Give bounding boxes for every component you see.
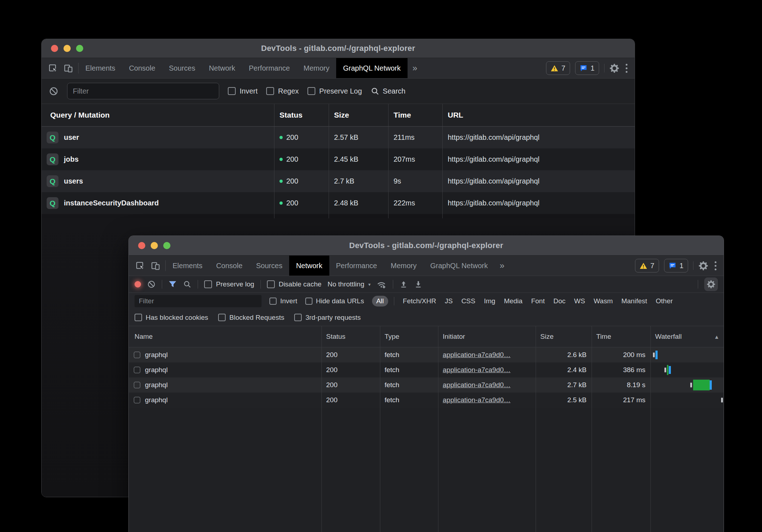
zoom-button[interactable] bbox=[76, 45, 83, 52]
clear-icon[interactable] bbox=[49, 86, 58, 96]
hide-data-urls-toggle[interactable]: Hide data URLs bbox=[305, 297, 364, 305]
row-checkbox[interactable] bbox=[134, 352, 140, 358]
row-checkbox[interactable] bbox=[134, 367, 140, 373]
initiator-link[interactable]: application-a7ca9d0… bbox=[443, 366, 511, 374]
issues-badge[interactable]: 1 bbox=[575, 61, 599, 75]
tab-network[interactable]: Network bbox=[202, 58, 242, 78]
tab-network[interactable]: Network bbox=[289, 256, 329, 276]
kebab-menu-icon[interactable] bbox=[713, 261, 718, 270]
minimize-button[interactable] bbox=[64, 45, 71, 52]
settings-gear-icon[interactable] bbox=[698, 261, 708, 271]
more-tabs-icon[interactable]: » bbox=[408, 58, 422, 78]
waterfall-bar[interactable] bbox=[650, 347, 724, 362]
minimize-button[interactable] bbox=[151, 242, 158, 249]
invert-toggle[interactable]: Invert bbox=[269, 297, 297, 305]
import-har-icon[interactable] bbox=[399, 280, 408, 289]
tab-sources[interactable]: Sources bbox=[249, 256, 289, 276]
waterfall-bar[interactable] bbox=[650, 362, 724, 377]
tab-elements[interactable]: Elements bbox=[79, 58, 122, 78]
has-blocked-cookies-toggle[interactable]: Has blocked cookies bbox=[135, 314, 208, 322]
chip-other[interactable]: Other bbox=[656, 297, 673, 305]
has-blocked-cookies-checkbox[interactable] bbox=[135, 314, 142, 321]
throttling-dropdown[interactable]: No throttling ▾ bbox=[328, 280, 371, 288]
warnings-badge[interactable]: 7 bbox=[546, 61, 570, 75]
tab-performance[interactable]: Performance bbox=[242, 58, 297, 78]
third-party-requests-toggle[interactable]: 3rd-party requests bbox=[294, 314, 361, 322]
tab-graphql-network[interactable]: GraphQL Network bbox=[336, 58, 407, 78]
request-row[interactable]: graphql 200 fetch application-a7ca9d0… 2… bbox=[129, 362, 724, 377]
initiator-link[interactable]: application-a7ca9d0… bbox=[443, 396, 511, 404]
chip-css[interactable]: CSS bbox=[461, 297, 475, 305]
chip-ws[interactable]: WS bbox=[574, 297, 585, 305]
table-row[interactable]: Qjobs 200 2.45 kB 207ms https://gitlab.c… bbox=[42, 148, 635, 170]
export-har-icon[interactable] bbox=[414, 280, 423, 289]
chip-fetch-xhr[interactable]: Fetch/XHR bbox=[403, 297, 436, 305]
third-party-requests-checkbox[interactable] bbox=[294, 314, 302, 321]
col-initiator[interactable]: Initiator bbox=[438, 326, 536, 347]
filter-input[interactable] bbox=[135, 295, 262, 307]
more-tabs-icon[interactable]: » bbox=[495, 256, 509, 276]
chip-all[interactable]: All bbox=[372, 296, 388, 307]
device-toolbar-icon[interactable] bbox=[151, 261, 160, 271]
waterfall-bar[interactable] bbox=[650, 393, 724, 408]
table-row[interactable]: Quser 200 2.57 kB 211ms https://gitlab.c… bbox=[42, 127, 635, 148]
filter-input[interactable] bbox=[67, 83, 219, 99]
regex-checkbox[interactable] bbox=[266, 87, 274, 95]
inspect-element-icon[interactable] bbox=[135, 261, 145, 271]
chip-img[interactable]: Img bbox=[484, 297, 495, 305]
issues-badge[interactable]: 1 bbox=[664, 259, 688, 272]
kebab-menu-icon[interactable] bbox=[624, 64, 629, 73]
record-button[interactable] bbox=[135, 281, 141, 288]
disable-cache-toggle[interactable]: Disable cache bbox=[267, 280, 321, 288]
initiator-link[interactable]: application-a7ca9d0… bbox=[443, 351, 511, 359]
clear-icon[interactable] bbox=[147, 280, 156, 289]
regex-toggle[interactable]: Regex bbox=[266, 87, 299, 95]
col-time[interactable]: Time bbox=[388, 104, 442, 126]
col-time[interactable]: Time bbox=[592, 326, 650, 347]
request-row[interactable]: graphql 200 fetch application-a7ca9d0… 2… bbox=[129, 347, 724, 362]
zoom-button[interactable] bbox=[163, 242, 170, 249]
network-conditions-icon[interactable] bbox=[377, 280, 387, 289]
network-settings-button[interactable] bbox=[704, 277, 718, 291]
device-toolbar-icon[interactable] bbox=[64, 63, 73, 73]
tab-sources[interactable]: Sources bbox=[162, 58, 202, 78]
tab-elements[interactable]: Elements bbox=[166, 256, 209, 276]
tab-console[interactable]: Console bbox=[122, 58, 162, 78]
tab-graphql-network[interactable]: GraphQL Network bbox=[423, 256, 494, 276]
inspect-element-icon[interactable] bbox=[48, 63, 58, 73]
preserve-log-toggle[interactable]: Preserve Log bbox=[307, 87, 362, 95]
col-size[interactable]: Size bbox=[329, 104, 388, 126]
tab-performance[interactable]: Performance bbox=[329, 256, 384, 276]
close-button[interactable] bbox=[138, 242, 145, 249]
hide-data-urls-checkbox[interactable] bbox=[305, 298, 312, 305]
table-row[interactable]: QinstanceSecurityDashboard 200 2.48 kB 2… bbox=[42, 192, 635, 214]
tab-memory[interactable]: Memory bbox=[384, 256, 423, 276]
chip-font[interactable]: Font bbox=[531, 297, 545, 305]
chip-media[interactable]: Media bbox=[504, 297, 523, 305]
col-type[interactable]: Type bbox=[380, 326, 438, 347]
request-row[interactable]: graphql 200 fetch application-a7ca9d0… 2… bbox=[129, 393, 724, 408]
col-status[interactable]: Status bbox=[274, 104, 329, 126]
search-icon[interactable] bbox=[183, 280, 192, 289]
settings-gear-icon[interactable] bbox=[610, 63, 619, 73]
col-query-mutation[interactable]: Query / Mutation bbox=[42, 104, 274, 126]
preserve-log-checkbox[interactable] bbox=[204, 280, 212, 288]
col-url[interactable]: URL bbox=[442, 104, 635, 126]
row-checkbox[interactable] bbox=[134, 382, 140, 388]
request-row[interactable]: graphql 200 fetch application-a7ca9d0… 2… bbox=[129, 377, 724, 393]
blocked-requests-checkbox[interactable] bbox=[218, 314, 226, 321]
preserve-log-checkbox[interactable] bbox=[307, 87, 315, 95]
row-checkbox[interactable] bbox=[134, 397, 140, 403]
table-row[interactable]: Qusers 200 2.7 kB 9s https://gitlab.com/… bbox=[42, 170, 635, 192]
waterfall-bar[interactable] bbox=[650, 377, 724, 393]
col-status[interactable]: Status bbox=[321, 326, 380, 347]
chip-doc[interactable]: Doc bbox=[553, 297, 565, 305]
titlebar[interactable]: DevTools - gitlab.com/-/graphql-explorer bbox=[129, 236, 724, 256]
col-waterfall[interactable]: Waterfall ▲ bbox=[650, 326, 724, 347]
titlebar[interactable]: DevTools - gitlab.com/-/graphql-explorer bbox=[42, 39, 635, 58]
col-name[interactable]: Name bbox=[129, 326, 321, 347]
blocked-requests-toggle[interactable]: Blocked Requests bbox=[218, 314, 284, 322]
chip-manifest[interactable]: Manifest bbox=[621, 297, 647, 305]
disable-cache-checkbox[interactable] bbox=[267, 280, 275, 288]
search-control[interactable]: Search bbox=[371, 87, 405, 96]
